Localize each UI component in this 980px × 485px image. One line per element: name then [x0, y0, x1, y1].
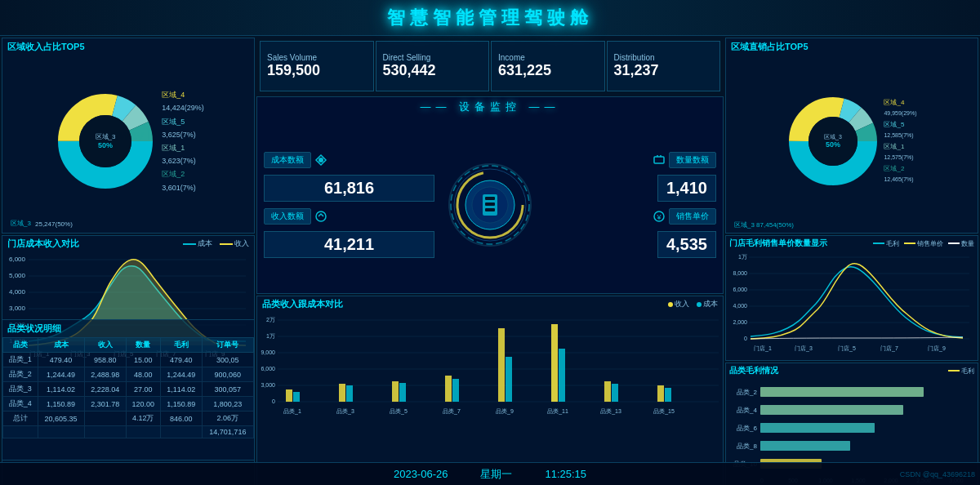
footer-date: 2023-06-26	[394, 468, 448, 480]
kpi-sales-volume: Sales Volume 159,500	[260, 41, 374, 91]
svg-rect-36	[485, 197, 495, 200]
svg-text:¥: ¥	[656, 213, 662, 221]
price-icon: ¥	[653, 210, 666, 223]
bottom-right-spacer	[725, 319, 978, 461]
svg-text:8,000: 8,000	[733, 270, 747, 276]
kpi-sales-value: 159,500	[267, 62, 367, 79]
svg-rect-38	[485, 208, 495, 211]
kpi-dist-label: Distribution	[614, 53, 714, 62]
left-donut-chart: 区域_3 50%	[52, 88, 158, 194]
bottom-bar-title: 品类收入跟成本对比	[262, 298, 343, 310]
col-order: 订单号	[202, 338, 253, 353]
svg-text:区域_3: 区域_3	[96, 133, 116, 140]
right-donut-legend: 区域_4 49,959(29%) 区域_5 12,585(7%) 区域_1 12…	[884, 97, 916, 185]
svg-point-27	[318, 158, 323, 162]
product-table: 品类 成本 收入 数量 毛利 订单号 品类_1479.40958.8015.00…	[2, 337, 254, 438]
bottom-mid-spacer	[256, 319, 724, 461]
footer-weekday: 星期一	[480, 467, 512, 482]
kpi-direct-selling: Direct Selling 530,442	[376, 41, 490, 91]
svg-text:50%: 50%	[98, 141, 113, 149]
svg-text:5,000: 5,000	[9, 272, 26, 279]
stat-value-1: 61,816	[273, 179, 425, 198]
table-row: 品类_1479.40958.8015.00479.40300,05	[3, 353, 254, 367]
stat-value-4: 4,535	[666, 235, 707, 254]
device-center	[441, 160, 539, 250]
table-row-total: 总计20,605.354.12万846.002.06万	[3, 412, 254, 426]
left-mid-title: 门店成本收入对比	[7, 238, 79, 250]
col-income: 收入	[84, 338, 126, 353]
kpi-distribution: Distribution 31,237	[607, 41, 721, 91]
svg-point-28	[316, 211, 326, 221]
device-monitor-title: —— 设备监控 ——	[420, 97, 559, 117]
kpi-direct-label: Direct Selling	[383, 53, 483, 62]
stat-box-3: 1,410	[657, 175, 716, 202]
col-cost: 成本	[38, 338, 84, 353]
left-mid-legend: 成本 收入	[183, 238, 249, 249]
stat-value-3: 1,410	[666, 179, 707, 198]
kpi-dist-value: 31,237	[614, 62, 714, 79]
bottom-table-title: 品类状况明细	[2, 320, 254, 337]
table-row: 品类_21,244.492,488.9848.001,244.49900,060	[3, 367, 254, 382]
qty-icon	[653, 154, 666, 167]
right-top-title: 区域直销占比TOP5	[726, 38, 978, 56]
svg-rect-39	[654, 157, 664, 163]
footer-time: 11:25:15	[545, 468, 586, 480]
csdn-label: CSDN @qq_43696218	[900, 470, 975, 478]
stat-value-2: 41,211	[273, 235, 425, 254]
kpi-income-label: Income	[498, 53, 598, 62]
header: 智慧智能管理驾驶舱	[0, 0, 980, 36]
left-top-title: 区域收入占比TOP5	[2, 38, 254, 56]
footer: 2023-06-26 星期一 11:25:15 CSDN @qq_4369621…	[0, 462, 980, 485]
col-category: 品类	[3, 338, 38, 353]
left-donut-legend: 区域_4 14,424(29%) 区域_5 3,625(7%) 区域_1 3,6…	[162, 88, 204, 194]
kpi-sales-label: Sales Volume	[267, 53, 367, 62]
qty-btn[interactable]: 数量数额	[669, 152, 716, 168]
bottom-table-panel: 品类状况明细 品类 成本 收入 数量 毛利 订单号 品类_1479.40958.…	[2, 319, 255, 461]
col-qty: 数量	[126, 338, 160, 353]
svg-text:3,000: 3,000	[9, 305, 26, 312]
svg-text:4,000: 4,000	[9, 288, 26, 296]
svg-text:6,000: 6,000	[9, 256, 26, 263]
svg-rect-37	[485, 202, 495, 206]
cost-btn[interactable]: 成本数额	[264, 152, 311, 168]
kpi-direct-value: 530,442	[383, 62, 483, 79]
right-top-panel: 区域直销占比TOP5 区域_3 50% 区域_4 49,959(29%) 区域	[725, 38, 978, 234]
page-title: 智慧智能管理驾驶舱	[387, 6, 593, 30]
col-profit: 毛利	[160, 338, 202, 353]
svg-text:6,000: 6,000	[733, 287, 747, 292]
stat-box-2: 41,211	[264, 231, 434, 258]
svg-text:4,000: 4,000	[733, 303, 747, 309]
svg-text:区域_3: 区域_3	[825, 134, 843, 140]
stat-box-1: 61,816	[264, 175, 434, 202]
income-icon	[314, 210, 327, 223]
stat-box-4: 4,535	[657, 231, 716, 258]
device-monitor: —— 设备监控 —— 成本数额 61,816 收入数额	[256, 96, 724, 294]
right-donut-chart: 区域_3 50%	[786, 95, 880, 189]
table-row: 品类_41,150.892,301.78120.001,150.891,800,…	[3, 397, 254, 412]
right-mid-title: 门店毛利销售单价数量显示	[729, 238, 827, 249]
left-top-panel: 区域收入占比TOP5 区域_3 50%	[2, 38, 255, 234]
income-btn[interactable]: 收入数额	[264, 208, 311, 225]
price-btn[interactable]: 销售单价	[669, 208, 716, 225]
svg-text:1万: 1万	[738, 254, 747, 260]
cost-icon	[314, 154, 327, 167]
svg-text:50%: 50%	[826, 140, 840, 149]
table-row-total2: 14,701,716	[3, 426, 254, 438]
kpi-income-value: 631,225	[498, 62, 598, 79]
kpi-row: Sales Volume 159,500 Direct Selling 530,…	[256, 38, 724, 95]
kpi-income: Income 631,225	[491, 41, 605, 91]
table-row: 品类_31,114.022,228.0427.001,114.02300,057	[3, 382, 254, 397]
